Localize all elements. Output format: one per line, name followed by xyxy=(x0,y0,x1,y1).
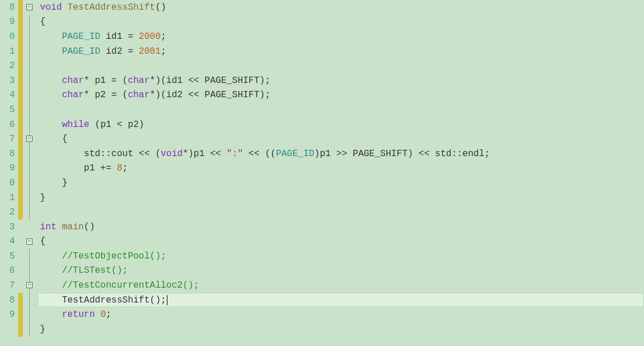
fold-guide-line xyxy=(29,190,30,205)
code-text[interactable]: char* p2 = (char*)(id2 << PAGE_SHIFT); xyxy=(38,90,270,100)
line-number: 8 xyxy=(0,146,18,161)
code-text[interactable]: void TestAddressShift() xyxy=(38,2,166,13)
code-line[interactable]: } xyxy=(38,190,644,205)
code-text[interactable]: char* p1 = (char*)(id1 << PAGE_SHIFT); xyxy=(38,75,270,86)
fold-toggle-icon[interactable] xyxy=(26,4,33,10)
fold-guide-line xyxy=(29,264,30,279)
code-line[interactable]: while (p1 < p2) xyxy=(38,117,644,132)
fold-guide-line xyxy=(29,58,30,73)
line-number: 2 xyxy=(0,58,18,73)
change-bar xyxy=(21,117,23,132)
code-editor[interactable]: void TestAddressShift(){ PAGE_ID id1 = 2… xyxy=(38,0,644,346)
code-text[interactable]: PAGE_ID id1 = 2000; xyxy=(38,31,166,42)
fold-toggle-icon[interactable] xyxy=(26,282,33,288)
code-line[interactable]: void TestAddressShift() xyxy=(38,0,644,15)
fold-guide-line xyxy=(29,176,30,190)
fold-guide-line xyxy=(29,161,30,176)
code-text[interactable]: { xyxy=(38,236,46,246)
fold-guide-line xyxy=(29,249,30,264)
fold-guide-line xyxy=(29,102,30,117)
line-number xyxy=(0,322,18,337)
code-line[interactable]: char* p1 = (char*)(id1 << PAGE_SHIFT); xyxy=(38,73,644,88)
code-line[interactable]: char* p2 = (char*)(id2 << PAGE_SHIFT); xyxy=(38,88,644,103)
line-number: 1 xyxy=(0,190,18,205)
margin-cell xyxy=(18,29,38,44)
change-bar xyxy=(21,132,23,146)
line-number: 7 xyxy=(0,278,18,293)
text-caret xyxy=(167,295,167,305)
code-text[interactable]: { xyxy=(38,134,67,144)
code-line[interactable] xyxy=(38,102,644,117)
code-line[interactable]: std::cout << (void*)p1 << ":" << ((PAGE_… xyxy=(38,146,644,161)
margin-cell xyxy=(18,73,38,88)
line-number: 6 xyxy=(0,117,18,132)
code-line[interactable]: return 0; xyxy=(38,307,644,322)
margin-cell xyxy=(18,0,38,15)
line-number: 0 xyxy=(0,176,18,190)
code-text[interactable]: { xyxy=(38,17,46,27)
code-line[interactable]: { xyxy=(38,15,644,30)
line-number: 3 xyxy=(0,73,18,88)
code-text[interactable]: //TestConcurrentAlloc2(); xyxy=(38,280,199,291)
change-bar xyxy=(21,176,23,190)
line-number: 8 xyxy=(0,0,18,15)
margin-cell xyxy=(18,190,38,205)
code-text[interactable]: while (p1 < p2) xyxy=(38,120,144,130)
margin-cell xyxy=(18,88,38,103)
line-number: 2 xyxy=(0,205,18,220)
change-bar xyxy=(21,146,23,161)
fold-guide-line xyxy=(29,205,30,220)
code-text[interactable]: //TestObjectPool(); xyxy=(38,251,166,261)
margin-cell xyxy=(18,15,38,30)
code-text[interactable]: p1 += 8; xyxy=(38,163,128,173)
code-text[interactable]: } xyxy=(38,178,67,188)
change-bar xyxy=(21,190,23,205)
code-text[interactable]: } xyxy=(38,193,46,203)
fold-guide-line xyxy=(29,307,30,322)
code-text[interactable]: } xyxy=(38,324,46,335)
code-line[interactable]: { xyxy=(38,234,644,249)
code-text[interactable]: std::cout << (void*)p1 << ":" << ((PAGE_… xyxy=(38,149,490,159)
code-line[interactable]: //TLSTest(); xyxy=(38,264,644,279)
code-line[interactable]: } xyxy=(38,322,644,337)
change-bar xyxy=(21,29,23,44)
change-bar xyxy=(21,0,23,15)
margin-cell xyxy=(18,322,38,337)
code-text[interactable]: int main() xyxy=(38,222,95,232)
code-line[interactable]: //TestObjectPool(); xyxy=(38,249,644,264)
change-bar xyxy=(21,15,23,30)
line-number: 9 xyxy=(0,307,18,322)
line-number: 9 xyxy=(0,161,18,176)
change-bar xyxy=(21,58,23,73)
fold-toggle-icon[interactable] xyxy=(26,136,33,142)
code-line[interactable]: int main() xyxy=(38,220,644,234)
margin-cell xyxy=(18,293,38,308)
margin-cell xyxy=(18,44,38,59)
margin-cell xyxy=(18,132,38,146)
code-line[interactable]: PAGE_ID id1 = 2000; xyxy=(38,29,644,44)
code-text[interactable]: return 0; xyxy=(38,309,111,320)
code-line[interactable]: PAGE_ID id2 = 2001; xyxy=(38,44,644,59)
code-line[interactable]: { xyxy=(38,132,644,146)
margin-cell xyxy=(18,205,38,220)
line-number: 1 xyxy=(0,44,18,59)
fold-guide-line xyxy=(29,117,30,132)
fold-guide-line xyxy=(29,146,30,161)
code-text[interactable]: PAGE_ID id2 = 2001; xyxy=(38,46,166,57)
code-text[interactable]: TestAddressShift(); xyxy=(38,295,167,305)
line-number: 6 xyxy=(0,264,18,279)
change-bar xyxy=(21,102,23,117)
code-line[interactable]: } xyxy=(38,176,644,190)
margin-cell xyxy=(18,278,38,293)
code-line[interactable] xyxy=(38,205,644,220)
code-line[interactable] xyxy=(38,58,644,73)
margin-cell xyxy=(18,58,38,73)
fold-toggle-icon[interactable] xyxy=(26,238,33,245)
line-number: 8 xyxy=(0,293,18,308)
code-line[interactable]: p1 += 8; xyxy=(38,161,644,176)
code-text[interactable]: //TLSTest(); xyxy=(38,265,128,276)
change-bar xyxy=(21,44,23,59)
code-line[interactable]: TestAddressShift(); xyxy=(38,293,644,308)
margin-cell xyxy=(18,176,38,190)
code-line[interactable]: //TestConcurrentAlloc2(); xyxy=(38,278,644,293)
